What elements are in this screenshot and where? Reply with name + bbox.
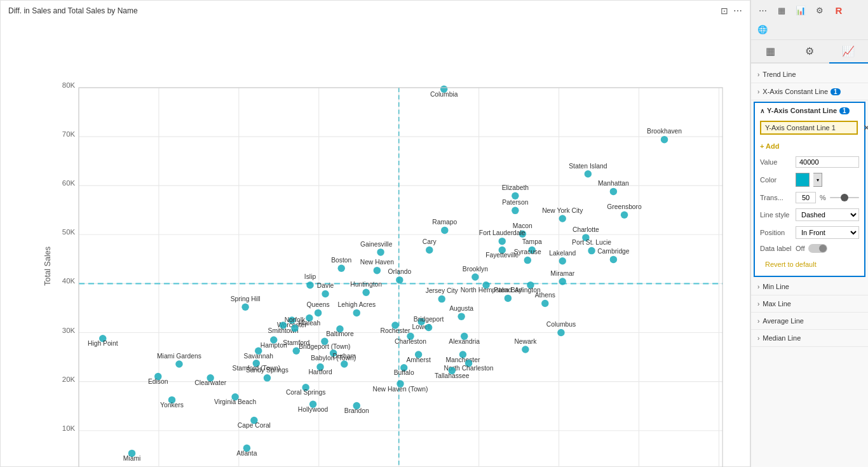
- dot-sandysprings[interactable]: [264, 374, 271, 382]
- dot-bridgeport[interactable]: [425, 324, 432, 332]
- label-amherst: Amherst: [406, 356, 430, 363]
- tab-format[interactable]: ⚙: [790, 40, 829, 64]
- average-line-header[interactable]: › Average Line: [751, 313, 868, 329]
- transparency-thumb[interactable]: [841, 194, 848, 201]
- y-axis-section-header[interactable]: ∧ Y-Axis Constant Line 1: [755, 103, 864, 118]
- panel-tabs: ▦ ⚙ 📈: [751, 40, 868, 64]
- dot-newhaven[interactable]: [374, 267, 381, 274]
- dot-newark[interactable]: [522, 346, 529, 353]
- tab-table[interactable]: ▦: [751, 40, 790, 64]
- median-line-header[interactable]: › Median Line: [751, 330, 868, 346]
- dot-springhill[interactable]: [241, 303, 248, 311]
- r-icon[interactable]: R: [831, 3, 846, 18]
- color-swatch[interactable]: [796, 173, 810, 187]
- value-input[interactable]: [796, 156, 859, 168]
- dot-athens[interactable]: [541, 300, 548, 308]
- dot-orlando[interactable]: [396, 276, 403, 284]
- dot-manhattan[interactable]: [610, 188, 617, 196]
- dot-fortlauderdale[interactable]: [499, 238, 506, 245]
- y-tick-30k: 30K: [62, 326, 76, 334]
- color-dropdown-button[interactable]: ▾: [813, 173, 822, 187]
- add-button[interactable]: + Add: [760, 142, 779, 150]
- dot-miramar[interactable]: [559, 278, 566, 285]
- dot-brooklyn[interactable]: [471, 273, 478, 281]
- table-icon[interactable]: ▦: [774, 3, 789, 18]
- dot-huntington[interactable]: [362, 288, 369, 296]
- position-label: Position: [760, 229, 792, 236]
- x-axis-header[interactable]: › X-Axis Constant Line 1: [751, 83, 868, 100]
- dot-stamford[interactable]: [293, 348, 300, 355]
- dot-columbus[interactable]: [557, 329, 564, 337]
- y-axis-count: 1: [839, 107, 850, 114]
- dot-norfolk[interactable]: [291, 325, 298, 332]
- expand-icon[interactable]: ⊡: [721, 6, 728, 16]
- label-charlotte: Charlotte: [573, 226, 599, 233]
- median-line-section: › Median Line: [751, 330, 868, 347]
- dot-lakeland[interactable]: [559, 257, 566, 265]
- dot-palmbay[interactable]: [505, 295, 512, 302]
- label-alexandria: Alexandria: [449, 338, 480, 345]
- label-capecoral: Cape Coral: [238, 422, 271, 429]
- label-sandysprings: Sandy Springs: [246, 367, 288, 374]
- dot-jerseycity[interactable]: [438, 295, 445, 303]
- x-axis-chevron: ›: [757, 88, 759, 95]
- dot-newyorkcity[interactable]: [559, 215, 566, 222]
- dot-augusta[interactable]: [458, 313, 465, 320]
- chart-icon[interactable]: 📊: [793, 3, 808, 18]
- value-label: Value: [760, 158, 792, 166]
- dot-syracuse[interactable]: [524, 257, 531, 264]
- line-name-row: ✕: [755, 118, 864, 137]
- average-line-chevron: ›: [757, 318, 759, 325]
- y-tick-80k: 80K: [62, 81, 76, 89]
- dot-paterson[interactable]: [512, 207, 519, 215]
- line-name-input[interactable]: [760, 121, 858, 135]
- transparency-slider[interactable]: [830, 197, 859, 198]
- dot-davie[interactable]: [322, 290, 329, 298]
- dot-durham[interactable]: [341, 360, 348, 368]
- dot-lehighacres[interactable]: [353, 309, 360, 317]
- y-axis-section-label: Y-Axis Constant Line: [767, 107, 837, 114]
- label-charleston: Charleston: [395, 338, 426, 345]
- dot-cary[interactable]: [426, 247, 433, 254]
- dot-queens[interactable]: [315, 309, 322, 317]
- revert-link[interactable]: Revert to default: [760, 258, 822, 271]
- label-bridgeport: Bridgeport: [414, 316, 444, 323]
- dot-brookhaven[interactable]: [661, 136, 668, 144]
- label-newhaven: New Haven: [360, 259, 394, 266]
- position-row: Position In Front Behind: [755, 224, 864, 241]
- dot-greensboro[interactable]: [621, 211, 628, 219]
- data-label-toggle[interactable]: [808, 244, 827, 253]
- label-hartford: Hartford: [308, 369, 332, 376]
- min-line-header[interactable]: › Min Line: [751, 278, 868, 295]
- dot-statenisland[interactable]: [585, 170, 592, 178]
- transparency-pct: %: [820, 194, 826, 201]
- label-athens: Athens: [535, 292, 555, 299]
- more-icon[interactable]: ⋯: [755, 3, 770, 18]
- position-select[interactable]: In Front Behind: [796, 226, 859, 239]
- label-baltimore: Baltimore: [326, 330, 354, 337]
- settings-icon[interactable]: ⚙: [812, 3, 827, 18]
- dot-ramapo[interactable]: [441, 227, 448, 234]
- max-line-header[interactable]: › Max Line: [751, 295, 868, 312]
- dot-cambridge[interactable]: [610, 256, 617, 264]
- label-miramar: Miramar: [550, 270, 574, 277]
- max-line-section: › Max Line: [751, 295, 868, 313]
- dot-boston[interactable]: [338, 264, 345, 272]
- dot-gainesville[interactable]: [377, 248, 384, 256]
- line-style-select[interactable]: Solid Dashed Dotted: [796, 208, 859, 221]
- min-line-chevron: ›: [757, 283, 759, 290]
- label-durham: Durham: [332, 353, 356, 360]
- add-btn-row: + Add: [755, 137, 864, 154]
- main-chart-area: Diff. in Sales and Total Sales by Name ⊡…: [0, 0, 750, 467]
- more-options-icon[interactable]: ⋯: [733, 6, 742, 16]
- dot-miamigardens[interactable]: [175, 360, 182, 368]
- trend-line-header[interactable]: › Trend Line: [751, 66, 868, 83]
- dot-islip[interactable]: [306, 281, 313, 289]
- label-tallahassee: Tallahassee: [435, 372, 470, 379]
- globe-icon[interactable]: 🌐: [755, 22, 770, 37]
- line-close-button[interactable]: ✕: [860, 121, 868, 134]
- tab-analytics[interactable]: 📈: [829, 40, 868, 64]
- transparency-input[interactable]: [796, 192, 816, 203]
- dot-portstlucie[interactable]: [588, 247, 595, 255]
- trend-line-label: Trend Line: [763, 71, 796, 78]
